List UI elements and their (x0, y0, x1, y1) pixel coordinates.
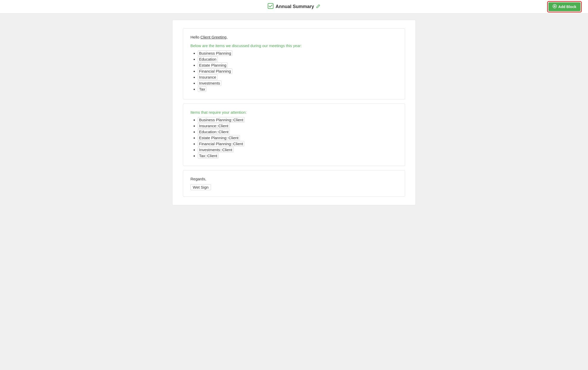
section2-list: Business Planning::Client Insurance::Cli… (190, 118, 398, 158)
footer-regards: Regards, (190, 177, 398, 181)
list-item: Business Planning::Client (198, 118, 398, 122)
item-label: Financial Planning::Client (198, 141, 244, 146)
item-label: Business Planning::Client (198, 117, 245, 123)
item-label: Education (198, 56, 218, 62)
item-label: Education::Client (198, 129, 230, 135)
edit-icon[interactable] (316, 4, 320, 9)
item-label: Insurance::Client (198, 123, 230, 129)
item-label: Tax (198, 86, 206, 92)
list-item: Tax (198, 87, 398, 91)
list-item: Investments (198, 81, 398, 85)
greeting-comma: , (226, 35, 227, 39)
list-item: Insurance (198, 75, 398, 79)
footer-section: Regards, Wet Sign (183, 170, 405, 197)
item-label: Tax::Client (198, 153, 219, 158)
add-block-button-wrapper: Add Block (547, 1, 582, 12)
item-label: Financial Planning (198, 68, 232, 74)
list-item: Education::Client (198, 130, 398, 134)
item-label: Business Planning (198, 50, 232, 56)
item-label: Estate Planning::Client (198, 135, 240, 141)
add-block-button[interactable]: Add Block (548, 2, 580, 11)
client-greeting-tag: Client Greeting (200, 35, 226, 39)
hello-text: Hello (190, 35, 200, 39)
attention-section: Items that require your attention: Busin… (183, 104, 405, 166)
document-container: Hello Client Greeting, Below are the ite… (172, 20, 416, 205)
main-content: Hello Client Greeting, Below are the ite… (164, 14, 424, 212)
list-item: Estate Planning::Client (198, 136, 398, 140)
section2-heading: Items that require your attention: (190, 110, 398, 114)
section1-heading: Below are the items we discussed during … (190, 43, 398, 48)
add-block-label: Add Block (558, 5, 576, 9)
greeting-section: Hello Client Greeting, Below are the ite… (183, 28, 405, 99)
section1-list: Business Planning Education Estate Plann… (190, 51, 398, 91)
item-label: Investments::Client (198, 147, 234, 152)
list-item: Financial Planning::Client (198, 142, 398, 146)
wet-sign-tag: Wet Sign (190, 184, 211, 190)
item-label: Insurance (198, 74, 218, 80)
list-item: Insurance::Client (198, 124, 398, 128)
list-item: Education (198, 57, 398, 61)
list-item: Estate Planning (198, 63, 398, 67)
check-icon (268, 3, 273, 10)
plus-circle-icon (553, 4, 557, 9)
top-bar: Annual Summary Add Block (0, 0, 588, 14)
page-title: Annual Summary (276, 4, 314, 9)
list-item: Business Planning (198, 51, 398, 55)
page-title-container: Annual Summary (268, 3, 320, 10)
item-label: Investments (198, 80, 221, 86)
list-item: Tax::Client (198, 154, 398, 158)
list-item: Investments::Client (198, 148, 398, 152)
list-item: Financial Planning (198, 69, 398, 73)
item-label: Estate Planning (198, 62, 228, 68)
greeting-text: Hello Client Greeting, (190, 35, 398, 39)
